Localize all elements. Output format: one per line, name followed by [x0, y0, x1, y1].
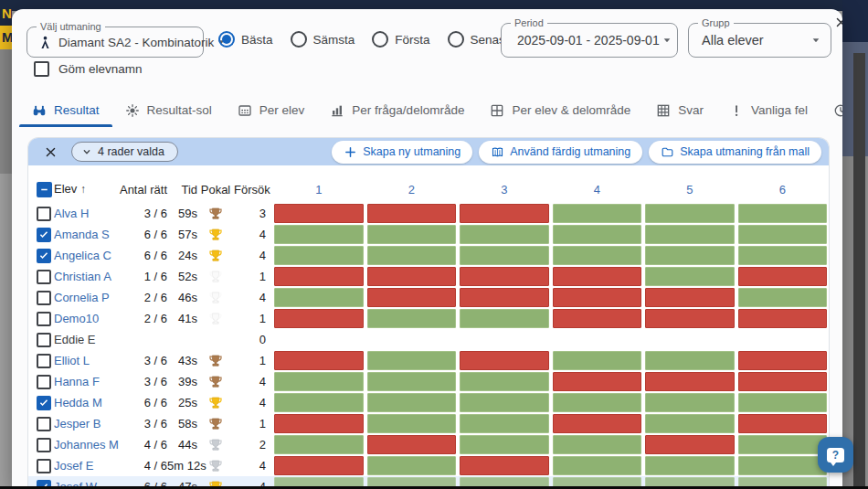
- tab-resultat[interactable]: Resultat: [19, 93, 112, 127]
- student-name-link[interactable]: Christian A: [54, 270, 114, 283]
- student-name-link[interactable]: Hedda M: [54, 396, 114, 409]
- student-name-link[interactable]: Amanda S: [54, 228, 114, 241]
- row-checkbox[interactable]: [37, 207, 51, 221]
- radio-samsta[interactable]: Sämsta: [287, 31, 359, 48]
- result-cell-q1-correct: [274, 435, 364, 454]
- student-name-link[interactable]: Elliot L: [54, 354, 114, 367]
- row-checkbox[interactable]: [37, 417, 51, 431]
- attempts-value: 4: [234, 249, 272, 262]
- table-row-elliot-l[interactable]: Elliot L3 / 643s1: [28, 350, 829, 371]
- attempts-value: 0: [234, 333, 272, 346]
- rows-selected-chip[interactable]: 4 rader valda: [71, 142, 178, 162]
- student-name-link[interactable]: Angelica C: [54, 249, 114, 262]
- result-cell-q5-correct: [645, 204, 735, 223]
- column-header-question-2[interactable]: 2: [365, 182, 459, 197]
- radio-forsta[interactable]: Första: [368, 31, 433, 48]
- tab-resultat-sol[interactable]: Resultat-sol: [112, 93, 225, 127]
- row-checkbox[interactable]: [37, 291, 51, 305]
- radio-label: Första: [395, 33, 429, 47]
- score-value: 6 / 6: [114, 249, 167, 262]
- tab-vanliga-fel[interactable]: Vanliga fel: [716, 93, 820, 127]
- row-checkbox[interactable]: [37, 228, 51, 242]
- column-header-attempts[interactable]: Försök: [234, 182, 272, 197]
- result-cell-q3-correct: [460, 372, 549, 391]
- table-row-johannes-m[interactable]: Johannes M4 / 644s2: [28, 434, 829, 455]
- column-header-correct[interactable]: Antal rätt: [114, 182, 167, 197]
- sun-icon: [125, 103, 140, 118]
- time-value: 24s: [167, 249, 197, 262]
- table-row-amanda-s[interactable]: Amanda S6 / 657s4: [28, 224, 829, 245]
- table-row-hedda-m[interactable]: Hedda M6 / 625s4: [28, 392, 829, 413]
- table-row-cornelia-p[interactable]: Cornelia P2 / 646s4: [28, 287, 829, 308]
- row-checkbox[interactable]: [37, 396, 51, 410]
- challenge-select[interactable]: Välj utmaning Diamant SA2 - Kombinatorik: [26, 27, 204, 58]
- score-value: 3 / 6: [114, 207, 167, 220]
- column-header-trophy[interactable]: Pokal: [197, 182, 234, 197]
- column-header-time[interactable]: Tid: [167, 182, 197, 197]
- row-checkbox[interactable]: [37, 438, 51, 452]
- table-row-demo10[interactable]: Demo102 / 641s1: [28, 308, 829, 329]
- student-name-link[interactable]: Demo10: [54, 312, 114, 325]
- result-cell-q1-incorrect: [274, 204, 364, 223]
- period-select-label: Period: [511, 17, 547, 28]
- score-value: 6 / 6: [114, 228, 167, 241]
- row-checkbox[interactable]: [37, 375, 51, 389]
- select-all-checkbox[interactable]: [37, 182, 52, 197]
- score-value: 4 / 6: [114, 459, 167, 473]
- row-checkbox[interactable]: [37, 459, 51, 473]
- trophy-gold-icon: [197, 396, 234, 410]
- radio-basta[interactable]: Bästa: [215, 31, 277, 48]
- result-cell-q6-correct: [738, 435, 828, 454]
- period-select-value: 2025-09-01 - 2025-09-01: [517, 33, 660, 48]
- table-row-jesper-b[interactable]: Jesper B3 / 658s1: [28, 413, 829, 434]
- result-cell-q3-correct: [460, 309, 549, 328]
- table-row-alva-h[interactable]: Alva H3 / 659s3: [28, 203, 829, 224]
- row-checkbox[interactable]: [37, 270, 51, 284]
- button-label: Använd färdig utmaning: [510, 145, 630, 158]
- tab-per-fraga-delomrade[interactable]: Per fråga/delområde: [317, 93, 477, 127]
- group-select-label: Grupp: [698, 17, 734, 28]
- table-row-josef-e[interactable]: Josef E4 / 65m 12s4: [28, 455, 829, 476]
- attempts-value: 4: [234, 396, 272, 409]
- skapa-ny-utmaning-button[interactable]: Skapa ny utmaning: [332, 141, 472, 164]
- student-name-link[interactable]: Cornelia P: [54, 291, 114, 304]
- help-button[interactable]: ?: [818, 437, 853, 473]
- student-name-link[interactable]: Josef E: [54, 459, 114, 473]
- tab-antal-ratt-tid[interactable]: Antal rätt & tid: [820, 93, 842, 127]
- column-header-student[interactable]: Elev ↑: [54, 181, 114, 197]
- result-cell-q1-incorrect: [274, 351, 364, 370]
- tab-svar[interactable]: Svar: [643, 93, 716, 127]
- student-name-link[interactable]: Jesper B: [54, 417, 114, 431]
- table-row-christian-a[interactable]: Christian A1 / 652s1: [28, 266, 829, 287]
- table-row-angelica-c[interactable]: Angelica C6 / 624s4: [28, 245, 829, 266]
- table-row-hanna-f[interactable]: Hanna F3 / 639s4: [28, 371, 829, 392]
- column-header-question-1[interactable]: 1: [272, 182, 365, 197]
- student-name-link[interactable]: Alva H: [54, 207, 114, 220]
- row-checkbox[interactable]: [37, 354, 51, 368]
- tab-per-elev-delomrade[interactable]: Per elev & delområde: [477, 93, 643, 127]
- hide-names-checkbox[interactable]: Göm elevnamn: [34, 61, 143, 77]
- result-cell-q1-incorrect: [274, 267, 364, 286]
- period-select[interactable]: Period 2025-09-01 - 2025-09-01: [501, 23, 678, 58]
- column-header-question-4[interactable]: 4: [551, 182, 644, 197]
- page-right-edge: [842, 0, 868, 489]
- row-checkbox[interactable]: [37, 249, 51, 263]
- page-right-top: [842, 0, 868, 42]
- close-button[interactable]: [831, 12, 842, 32]
- result-cell-q6-correct: [738, 456, 828, 475]
- row-checkbox[interactable]: [37, 333, 51, 347]
- student-name-link[interactable]: Hanna F: [54, 375, 114, 388]
- logo-letter: N: [2, 5, 12, 21]
- skapa-utmaning-fran-mall-button[interactable]: Skapa utmaning från mall: [649, 141, 821, 164]
- tab-label: Per elev: [259, 103, 305, 117]
- anvand-fardig-utmaning-button[interactable]: Använd färdig utmaning: [479, 141, 642, 164]
- student-name-link[interactable]: Johannes M: [54, 438, 114, 452]
- row-checkbox[interactable]: [37, 312, 51, 326]
- clear-selection-button[interactable]: [41, 143, 59, 161]
- column-header-question-5[interactable]: 5: [643, 182, 736, 197]
- table-row-eddie-e[interactable]: Eddie E0: [28, 329, 829, 350]
- tab-per-elev[interactable]: Per elev: [225, 93, 318, 127]
- column-header-question-6[interactable]: 6: [736, 182, 830, 197]
- column-header-question-3[interactable]: 3: [458, 182, 551, 197]
- group-select[interactable]: Grupp Alla elever: [688, 23, 831, 58]
